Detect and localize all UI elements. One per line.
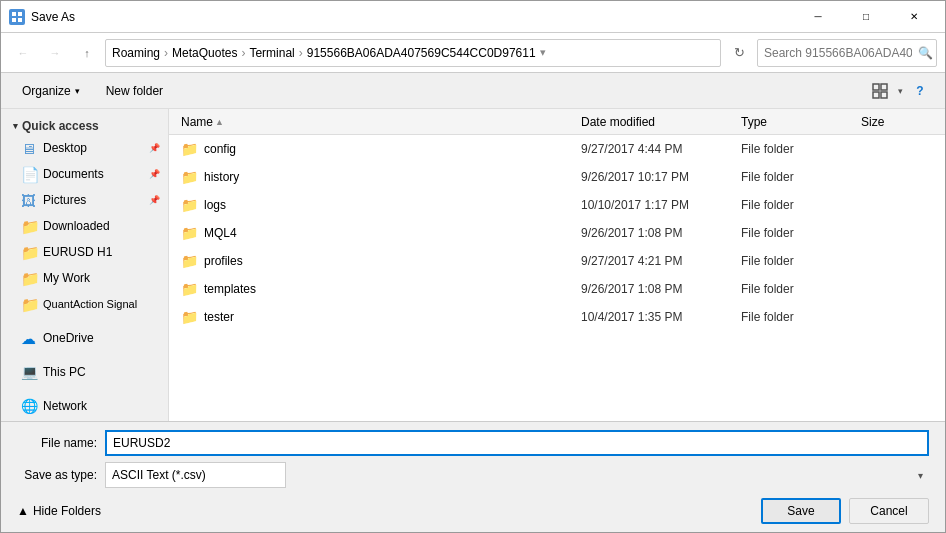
file-row[interactable]: 📁 logs 10/10/2017 1:17 PM File folder bbox=[169, 191, 945, 219]
main-content: ▾ Quick access 🖥 Desktop 📌 📄 Documents 📌… bbox=[1, 109, 945, 421]
help-button[interactable]: ? bbox=[907, 78, 933, 104]
close-button[interactable]: ✕ bbox=[891, 1, 937, 33]
cancel-button[interactable]: Cancel bbox=[849, 498, 929, 524]
quick-access-header[interactable]: ▾ Quick access bbox=[1, 113, 168, 135]
search-icon: 🔍 bbox=[918, 46, 933, 60]
new-folder-button[interactable]: New folder bbox=[97, 78, 172, 104]
sidebar-item-onedrive[interactable]: ☁ OneDrive bbox=[1, 325, 168, 351]
folder-icon-profiles: 📁 bbox=[181, 253, 198, 269]
network-label: Network bbox=[43, 399, 87, 413]
search-input[interactable] bbox=[757, 39, 937, 67]
pictures-icon: 🖼 bbox=[21, 192, 37, 208]
pictures-pin-icon: 📌 bbox=[149, 195, 160, 205]
row-name-mql4: 📁 MQL4 bbox=[177, 225, 577, 241]
svg-rect-7 bbox=[881, 92, 887, 98]
maximize-button[interactable]: □ bbox=[843, 1, 889, 33]
sidebar-item-downloaded[interactable]: 📁 Downloaded bbox=[1, 213, 168, 239]
address-path[interactable]: Roaming › MetaQuotes › Terminal › 915566… bbox=[105, 39, 721, 67]
select-dropdown-arrow: ▾ bbox=[918, 470, 923, 481]
save-button[interactable]: Save bbox=[761, 498, 841, 524]
refresh-button[interactable]: ↻ bbox=[725, 39, 753, 67]
sidebar-item-mywork[interactable]: 📁 My Work bbox=[1, 265, 168, 291]
file-row[interactable]: 📁 tester 10/4/2017 1:35 PM File folder bbox=[169, 303, 945, 331]
toolbar: Organize ▾ New folder ▾ ? bbox=[1, 73, 945, 109]
quantaction-icon: 📁 bbox=[21, 296, 37, 312]
path-segment-roaming: Roaming bbox=[112, 46, 160, 60]
sidebar: ▾ Quick access 🖥 Desktop 📌 📄 Documents 📌… bbox=[1, 109, 169, 421]
folder-icon-tester: 📁 bbox=[181, 309, 198, 325]
quantaction-label: QuantAction Signal bbox=[43, 298, 137, 310]
minimize-button[interactable]: ─ bbox=[795, 1, 841, 33]
row-name-tester: 📁 tester bbox=[177, 309, 577, 325]
file-name-input[interactable] bbox=[105, 430, 929, 456]
view-dropdown-arrow[interactable]: ▾ bbox=[898, 86, 903, 96]
file-row[interactable]: 📁 profiles 9/27/2017 4:21 PM File folder bbox=[169, 247, 945, 275]
sidebar-item-eurusd[interactable]: 📁 EURUSD H1 bbox=[1, 239, 168, 265]
organize-button[interactable]: Organize ▾ bbox=[13, 78, 89, 104]
svg-rect-5 bbox=[881, 84, 887, 90]
file-list: Name ▲ Date modified Type Size 📁 config bbox=[169, 109, 945, 421]
app-icon bbox=[9, 9, 25, 25]
view-toggle-button[interactable] bbox=[866, 78, 894, 104]
dialog-title: Save As bbox=[31, 10, 795, 24]
window-controls: ─ □ ✕ bbox=[795, 1, 937, 33]
filetype-select[interactable]: ASCII Text (*.csv) CSV (Comma delimited)… bbox=[105, 462, 286, 488]
file-row[interactable]: 📁 history 9/26/2017 10:17 PM File folder bbox=[169, 163, 945, 191]
onedrive-icon: ☁ bbox=[21, 330, 37, 346]
sidebar-divider-3 bbox=[1, 385, 168, 393]
col-name-header[interactable]: Name ▲ bbox=[177, 115, 577, 129]
this-pc-label: This PC bbox=[43, 365, 86, 379]
downloaded-icon: 📁 bbox=[21, 218, 37, 234]
back-button[interactable]: ← bbox=[9, 39, 37, 67]
sidebar-item-this-pc[interactable]: 💻 This PC bbox=[1, 359, 168, 385]
path-dropdown-arrow[interactable]: ▾ bbox=[540, 46, 546, 59]
folder-icon-mql4: 📁 bbox=[181, 225, 198, 241]
bottom-buttons: ▲ Hide Folders Save Cancel bbox=[17, 494, 929, 524]
up-button[interactable]: ↑ bbox=[73, 39, 101, 67]
file-row[interactable]: 📁 templates 9/26/2017 1:08 PM File folde… bbox=[169, 275, 945, 303]
sidebar-item-quantaction[interactable]: 📁 QuantAction Signal bbox=[1, 291, 168, 317]
documents-icon: 📄 bbox=[21, 166, 37, 182]
documents-label: Documents bbox=[43, 167, 104, 181]
sidebar-item-network[interactable]: 🌐 Network bbox=[1, 393, 168, 419]
col-date-header[interactable]: Date modified bbox=[577, 115, 737, 129]
quick-access-chevron: ▾ bbox=[13, 121, 18, 131]
path-breadcrumb: Roaming › MetaQuotes › Terminal › 915566… bbox=[112, 46, 536, 60]
path-segment-terminal: Terminal bbox=[249, 46, 294, 60]
path-segment-metaquotes: MetaQuotes bbox=[172, 46, 237, 60]
row-name-config: 📁 config bbox=[177, 141, 577, 157]
desktop-label: Desktop bbox=[43, 141, 87, 155]
search-wrapper: 🔍 bbox=[757, 39, 937, 67]
sidebar-item-desktop[interactable]: 🖥 Desktop 📌 bbox=[1, 135, 168, 161]
address-bar: ← → ↑ Roaming › MetaQuotes › Terminal › … bbox=[1, 33, 945, 73]
desktop-icon: 🖥 bbox=[21, 140, 37, 156]
hide-folders-arrow: ▲ bbox=[17, 504, 29, 518]
forward-button[interactable]: → bbox=[41, 39, 69, 67]
desktop-pin-icon: 📌 bbox=[149, 143, 160, 153]
sidebar-divider-2 bbox=[1, 351, 168, 359]
sidebar-item-documents[interactable]: 📄 Documents 📌 bbox=[1, 161, 168, 187]
file-row[interactable]: 📁 config 9/27/2017 4:44 PM File folder bbox=[169, 135, 945, 163]
folder-icon-logs: 📁 bbox=[181, 197, 198, 213]
pictures-label: Pictures bbox=[43, 193, 86, 207]
filename-row: File name: bbox=[17, 430, 929, 456]
file-name-label: File name: bbox=[17, 436, 97, 450]
sidebar-item-pictures[interactable]: 🖼 Pictures 📌 bbox=[1, 187, 168, 213]
folder-icon-templates: 📁 bbox=[181, 281, 198, 297]
sort-arrow: ▲ bbox=[215, 117, 224, 127]
documents-pin-icon: 📌 bbox=[149, 169, 160, 179]
filetype-wrapper: ASCII Text (*.csv) CSV (Comma delimited)… bbox=[105, 462, 929, 488]
quick-access-label: Quick access bbox=[22, 119, 99, 133]
col-type-header[interactable]: Type bbox=[737, 115, 857, 129]
col-size-header[interactable]: Size bbox=[857, 115, 937, 129]
network-icon: 🌐 bbox=[21, 398, 37, 414]
this-pc-icon: 💻 bbox=[21, 364, 37, 380]
view-icon bbox=[872, 83, 888, 99]
svg-rect-4 bbox=[873, 84, 879, 90]
hide-folders-label: Hide Folders bbox=[33, 504, 101, 518]
mywork-icon: 📁 bbox=[21, 270, 37, 286]
file-row[interactable]: 📁 MQL4 9/26/2017 1:08 PM File folder bbox=[169, 219, 945, 247]
hide-folders-button[interactable]: ▲ Hide Folders bbox=[17, 504, 101, 518]
sidebar-divider-1 bbox=[1, 317, 168, 325]
folder-icon-history: 📁 bbox=[181, 169, 198, 185]
